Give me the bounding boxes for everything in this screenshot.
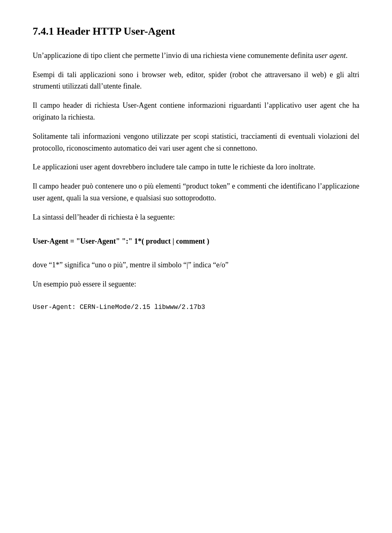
- p1-text-after: .: [346, 51, 348, 60]
- paragraph-6: Il campo header può contenere uno o più …: [33, 180, 359, 204]
- example-label: Un esempio può essere il seguente:: [33, 278, 359, 290]
- paragraph-3: Il campo header di richiesta User-Agent …: [33, 100, 359, 123]
- note-text: dove “1*” significa “uno o più”, mentre …: [33, 259, 359, 271]
- paragraph-2: Esempi di tali applicazioni sono i brows…: [33, 69, 359, 93]
- page-title: 7.4.1 Header HTTP User-Agent: [33, 24, 359, 38]
- syntax-block: User-Agent = "User-Agent" ":" 1*( produc…: [33, 235, 359, 247]
- paragraph-5: Le applicazioni user agent dovrebbero in…: [33, 161, 359, 173]
- paragraph-7: La sintassi dell’header di richiesta è l…: [33, 211, 359, 223]
- p1-italic: user agent: [315, 51, 346, 60]
- paragraph-4: Solitamente tali informazioni vengono ut…: [33, 131, 359, 154]
- example-code: User-Agent: CERN-LineMode/2.15 libwww/2.…: [33, 302, 359, 313]
- paragraph-1: Un’applicazione di tipo client che perme…: [33, 50, 359, 62]
- p1-text-before: Un’applicazione di tipo client che perme…: [33, 51, 315, 60]
